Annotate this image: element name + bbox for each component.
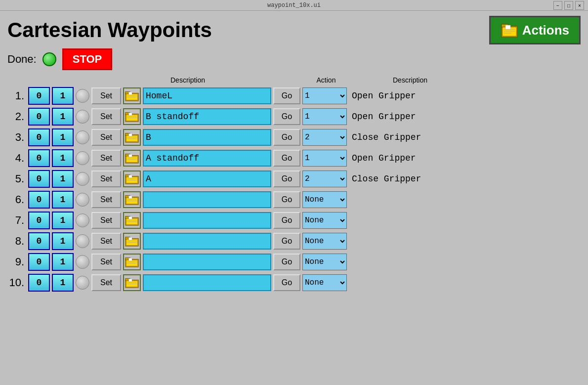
description-input[interactable] <box>143 191 271 208</box>
minimize-button[interactable]: − <box>553 1 562 10</box>
description-input[interactable] <box>143 233 271 250</box>
btn-one[interactable]: 1 <box>52 253 74 271</box>
col-header-description: Description <box>170 76 205 84</box>
btn-one[interactable]: 1 <box>52 191 74 209</box>
action-select[interactable]: None1234 <box>302 129 347 146</box>
go-button[interactable]: Go <box>273 254 300 270</box>
btn-one[interactable]: 1 <box>52 128 74 146</box>
status-indicator <box>76 234 89 248</box>
folder-icon-button[interactable] <box>123 233 141 250</box>
status-indicator <box>76 151 89 165</box>
done-indicator <box>42 52 56 66</box>
window-title: waypoint_10x.ui <box>267 2 321 9</box>
folder-icon-button[interactable] <box>123 129 141 146</box>
description-input[interactable] <box>143 150 271 167</box>
action-select[interactable]: None1234 <box>302 212 347 229</box>
go-button[interactable]: Go <box>273 171 300 187</box>
btn-one[interactable]: 1 <box>52 212 74 229</box>
folder-icon-button[interactable] <box>123 171 141 187</box>
go-button[interactable]: Go <box>273 233 300 250</box>
btn-zero[interactable]: 0 <box>28 128 50 146</box>
set-button[interactable]: Set <box>91 108 121 125</box>
go-button[interactable]: Go <box>273 129 300 146</box>
close-button[interactable]: × <box>575 1 584 10</box>
table-row: 9.01Set GoNone1234 <box>7 253 581 271</box>
table-row: 4.01Set GoNone1234Open Gripper <box>7 149 581 167</box>
row-number: 2. <box>7 110 26 123</box>
action-description: Open Gripper <box>352 91 416 101</box>
go-button[interactable]: Go <box>273 191 300 208</box>
description-input[interactable] <box>143 87 271 104</box>
table-row: 3.01Set GoNone1234Close Gripper <box>7 128 581 146</box>
set-button[interactable]: Set <box>91 150 121 167</box>
go-button[interactable]: Go <box>273 108 300 125</box>
action-select[interactable]: None1234 <box>302 171 347 187</box>
btn-zero[interactable]: 0 <box>28 108 50 126</box>
btn-one[interactable]: 1 <box>52 108 74 126</box>
action-select[interactable]: None1234 <box>302 233 347 250</box>
btn-zero[interactable]: 0 <box>28 232 50 250</box>
maximize-button[interactable]: □ <box>564 1 573 10</box>
status-indicator <box>76 172 89 186</box>
folder-icon-button[interactable] <box>123 191 141 208</box>
folder-icon-button[interactable] <box>123 108 141 125</box>
folder-icon-button[interactable] <box>123 212 141 229</box>
description-input[interactable] <box>143 254 271 270</box>
row-number: 8. <box>7 235 26 248</box>
btn-zero[interactable]: 0 <box>28 149 50 167</box>
action-select[interactable]: None1234 <box>302 150 347 167</box>
set-button[interactable]: Set <box>91 233 121 250</box>
btn-one[interactable]: 1 <box>52 87 74 105</box>
description-input[interactable] <box>143 212 271 229</box>
table-row: 2.01Set GoNone1234Open Gripper <box>7 108 581 126</box>
col-header-description2: Description <box>393 76 427 84</box>
action-select[interactable]: None1234 <box>302 87 347 104</box>
row-number: 5. <box>7 172 26 185</box>
table-row: 5.01Set GoNone1234Close Gripper <box>7 170 581 188</box>
stop-button[interactable]: STOP <box>62 48 113 70</box>
btn-one[interactable]: 1 <box>52 232 74 250</box>
description-input[interactable] <box>143 171 271 187</box>
go-button[interactable]: Go <box>273 87 300 104</box>
btn-zero[interactable]: 0 <box>28 253 50 271</box>
btn-zero[interactable]: 0 <box>28 212 50 229</box>
svg-rect-42 <box>129 196 132 198</box>
folder-icon-button[interactable] <box>123 254 141 270</box>
btn-zero[interactable]: 0 <box>28 170 50 188</box>
status-indicator <box>76 130 89 144</box>
go-button[interactable]: Go <box>273 274 300 291</box>
svg-rect-36 <box>129 175 132 177</box>
set-button[interactable]: Set <box>91 129 121 146</box>
description-input[interactable] <box>143 274 271 291</box>
set-button[interactable]: Set <box>91 171 121 187</box>
actions-button[interactable]: Actions <box>489 16 581 44</box>
btn-one[interactable]: 1 <box>52 170 74 188</box>
set-button[interactable]: Set <box>91 191 121 208</box>
btn-one[interactable]: 1 <box>52 274 74 292</box>
table-row: 10.01Set GoNone1234 <box>7 274 581 292</box>
action-select[interactable]: None1234 <box>302 191 347 208</box>
btn-zero[interactable]: 0 <box>28 191 50 209</box>
page-title: Cartesian Waypoints <box>7 18 212 42</box>
go-button[interactable]: Go <box>273 150 300 167</box>
action-select[interactable]: None1234 <box>302 254 347 270</box>
btn-zero[interactable]: 0 <box>28 87 50 105</box>
folder-icon-button[interactable] <box>123 274 141 291</box>
set-button[interactable]: Set <box>91 87 121 104</box>
row-number: 6. <box>7 193 26 206</box>
action-select[interactable]: None1234 <box>302 274 347 291</box>
folder-icon-button[interactable] <box>123 150 141 167</box>
set-button[interactable]: Set <box>91 254 121 270</box>
btn-one[interactable]: 1 <box>52 149 74 167</box>
description-input[interactable] <box>143 129 271 146</box>
folder-icon-button[interactable] <box>123 87 141 104</box>
go-button[interactable]: Go <box>273 212 300 229</box>
set-button[interactable]: Set <box>91 212 121 229</box>
description-input[interactable] <box>143 108 271 125</box>
btn-zero[interactable]: 0 <box>28 274 50 292</box>
action-select[interactable]: None1234 <box>302 108 347 125</box>
status-indicator <box>76 193 89 207</box>
svg-rect-60 <box>129 258 132 260</box>
col-header-action: Action <box>317 76 336 84</box>
set-button[interactable]: Set <box>91 274 121 291</box>
